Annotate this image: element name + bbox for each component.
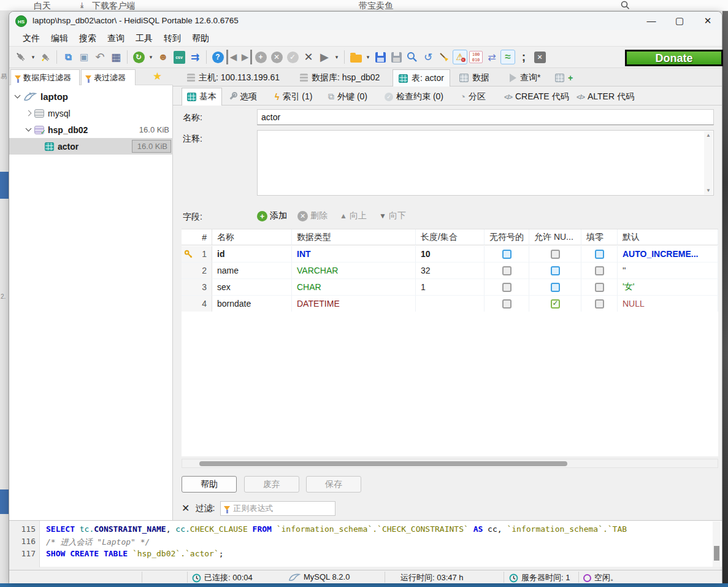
tab-indexes[interactable]: ϟ 索引 (1)	[270, 88, 317, 106]
log-scrollbar[interactable]	[713, 521, 721, 567]
session-disconnect-icon[interactable]	[38, 50, 53, 64]
tab-data[interactable]: 数据	[454, 69, 495, 86]
menu-query[interactable]: 查询	[104, 32, 128, 45]
horizontal-scrollbar[interactable]	[182, 459, 718, 468]
tab-basic[interactable]: 基本	[182, 88, 222, 106]
reformat-sql-icon[interactable]: ≈	[500, 50, 515, 64]
zerofill-checkbox[interactable]	[595, 266, 604, 275]
field-type[interactable]: DATETIME	[292, 296, 416, 312]
cleanup-icon[interactable]	[437, 50, 451, 64]
chevron-down-icon[interactable]	[26, 126, 32, 132]
wrap-lines-icon[interactable]: ⇄	[485, 50, 499, 64]
cancel-edit-icon[interactable]: ✕	[269, 50, 284, 64]
open-file-icon[interactable]	[348, 50, 363, 64]
tab-query[interactable]: 查询*	[504, 69, 546, 86]
allow-null-checkbox[interactable]	[551, 283, 560, 292]
unsigned-checkbox[interactable]	[502, 266, 512, 275]
help-button[interactable]: 帮助	[182, 476, 237, 493]
export-csv-icon[interactable]: csv	[172, 50, 186, 64]
tree-item-mysql-db[interactable]: mysql	[9, 105, 173, 121]
chevron-right-icon[interactable]	[26, 110, 32, 117]
data-flow-icon[interactable]: ⇉	[188, 50, 202, 64]
tab-create-code[interactable]: </> CREATE 代码	[499, 88, 574, 106]
field-name[interactable]: sex	[212, 279, 292, 296]
user-manager-icon[interactable]: ☻	[156, 50, 171, 64]
tree-item-hspdb02-db[interactable]: ✓ hsp_db02 16.0 KiB	[9, 121, 173, 138]
save-button[interactable]: 保存	[306, 476, 361, 493]
table-filter-tab[interactable]: 表过滤器	[81, 69, 136, 85]
first-record-icon[interactable]: ◀	[226, 50, 239, 64]
allow-null-checkbox[interactable]	[551, 266, 560, 275]
filter-input[interactable]: 正则表达式	[220, 501, 335, 516]
field-row[interactable]: 2 name VARCHAR 32 ''	[182, 263, 718, 279]
database-filter-tab[interactable]: 数据库过滤器	[10, 69, 80, 85]
menu-edit[interactable]: 编辑	[47, 32, 72, 45]
run-query-icon[interactable]: ▶	[317, 50, 332, 64]
discard-button[interactable]: 废弃	[244, 476, 299, 493]
chevron-down-icon[interactable]	[15, 93, 21, 99]
field-type[interactable]: INT	[292, 246, 416, 263]
dropdown-icon[interactable]: ▾	[333, 50, 340, 64]
donate-button[interactable]: Donate	[625, 50, 723, 66]
unsigned-checkbox[interactable]	[502, 299, 512, 309]
field-name[interactable]: id	[212, 246, 292, 263]
field-type[interactable]: VARCHAR	[292, 263, 416, 279]
add-field-button[interactable]: + 添加	[257, 210, 287, 221]
last-record-icon[interactable]: ▶	[240, 50, 252, 64]
close-panel-icon[interactable]: ✕	[532, 50, 547, 64]
new-query-tab-button[interactable]: +	[550, 69, 578, 86]
scroll-down-icon[interactable]: ▼	[704, 188, 713, 193]
tab-table[interactable]: 表: actor	[393, 69, 450, 86]
unsigned-checkbox[interactable]	[502, 250, 512, 259]
unsigned-checkbox[interactable]	[502, 283, 512, 292]
favorites-star-icon[interactable]: ★	[153, 70, 162, 83]
scrollbar-thumb[interactable]	[714, 546, 719, 561]
zerofill-checkbox[interactable]	[595, 299, 604, 309]
post-edit-icon[interactable]: ✓	[285, 50, 300, 64]
scrollbar[interactable]: ▲▼	[704, 131, 713, 194]
tab-partitions[interactable]: ◔ 分区	[455, 88, 491, 106]
field-length[interactable]: 32	[416, 263, 485, 279]
print-icon[interactable]: ▦	[109, 50, 123, 64]
help-icon[interactable]: ?	[210, 50, 225, 64]
stop-icon[interactable]: ✕	[301, 50, 316, 64]
field-row[interactable]: 4 borndate DATETIME NULL	[182, 296, 718, 312]
field-default[interactable]: ''	[618, 263, 718, 279]
menu-search[interactable]: 搜索	[75, 32, 100, 45]
find-icon[interactable]	[405, 50, 420, 64]
remove-field-button[interactable]: ✕ 删除	[297, 210, 328, 221]
table-name-input[interactable]	[257, 109, 714, 125]
allow-null-checkbox[interactable]	[551, 250, 560, 259]
move-up-button[interactable]: ▲ 向上	[340, 210, 367, 221]
tree-item-actor-table[interactable]: actor 16.0 KiB	[9, 138, 173, 155]
field-length[interactable]: 1	[416, 279, 485, 296]
field-default[interactable]: NULL	[618, 296, 718, 312]
save-as-icon[interactable]	[389, 50, 404, 64]
stop-on-error-icon[interactable]: ⚠x	[453, 50, 467, 64]
dropdown-icon[interactable]: ▾	[364, 50, 372, 64]
tab-host[interactable]: 主机: 100.113.199.61	[182, 69, 285, 86]
dropdown-icon[interactable]: ▾	[29, 50, 37, 64]
insert-record-icon[interactable]: +	[253, 50, 268, 64]
title-bar[interactable]: HS laptop\hsp_db02\actor\ - HeidiSQL Por…	[9, 12, 722, 30]
field-name[interactable]: name	[212, 263, 292, 279]
session-connect-icon[interactable]	[13, 50, 28, 64]
move-down-button[interactable]: ▼ 向下	[379, 210, 406, 221]
copy-icon[interactable]: ⧉	[61, 50, 75, 64]
menu-goto[interactable]: 转到	[160, 32, 185, 45]
table-comment-textarea[interactable]: ▲▼	[257, 130, 714, 196]
binary-view-icon[interactable]: 100 010	[469, 50, 483, 64]
undo-icon[interactable]: ↶	[93, 50, 107, 64]
scroll-up-icon[interactable]: ▲	[704, 132, 713, 138]
allow-null-checkbox[interactable]	[551, 299, 560, 309]
replace-icon[interactable]: ↺	[421, 50, 435, 64]
field-length[interactable]: 10	[416, 246, 485, 263]
minimize-button[interactable]: —	[637, 12, 665, 30]
close-button[interactable]: ✕	[694, 12, 722, 30]
field-name[interactable]: borndate	[212, 296, 292, 312]
tree-item-session[interactable]: laptop	[9, 88, 173, 105]
tab-options[interactable]: 选项	[224, 88, 262, 106]
semicolon-icon[interactable]: ;	[516, 50, 531, 64]
sql-log[interactable]: 115 116 117 SELECT tc.CONSTRAINT_NAME, c…	[9, 520, 722, 567]
field-default[interactable]: '女'	[618, 279, 718, 296]
